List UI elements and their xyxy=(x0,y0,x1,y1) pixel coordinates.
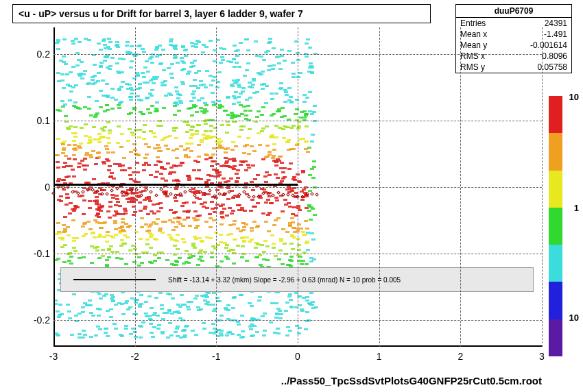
source-file-label: ../Pass50_TpcSsdSvtPlotsG40GNFP25rCut0.5… xyxy=(281,375,542,387)
profile-fit-line xyxy=(53,184,298,186)
fit-result-text: Shift = -13.14 + 3.32 (mkm) Slope = -2.9… xyxy=(168,276,401,284)
stats-histname: duuP6709 xyxy=(456,5,571,18)
x-axis-tick-label: 2 xyxy=(450,351,471,362)
x-axis-tick-label: -1 xyxy=(206,351,226,362)
x-axis-tick-label: 1 xyxy=(369,351,390,362)
stats-entries-label: Entries xyxy=(460,19,486,28)
grid-line-v xyxy=(542,27,543,347)
stats-meanx-val: -1.491 xyxy=(544,29,567,39)
y-axis-tick-label: 0 xyxy=(26,182,50,193)
grid-line-v xyxy=(298,27,298,347)
colorbar-tick-top: 10 xyxy=(569,92,579,102)
x-axis-tick-label: -3 xyxy=(43,351,64,362)
fit-legend-line xyxy=(73,279,156,280)
x-axis-tick-label: 3 xyxy=(532,351,552,362)
colorbar-tick-bot: 10 xyxy=(569,313,579,323)
chart-title: <u - uP> versus u for Drift for barrel 3… xyxy=(19,8,303,19)
y-axis-tick-label: 0.1 xyxy=(26,115,50,126)
fit-result-box: Shift = -13.14 + 3.32 (mkm) Slope = -2.9… xyxy=(60,267,534,292)
colorbar xyxy=(549,96,562,356)
stats-rmsx-val: 0.8096 xyxy=(542,51,567,61)
y-axis-tick-label: -0.2 xyxy=(26,315,50,326)
grid-line-v xyxy=(135,27,136,347)
grid-line-v xyxy=(216,27,217,347)
x-axis-tick-label: 0 xyxy=(287,351,308,362)
x-axis-tick-label: -2 xyxy=(125,351,145,362)
stats-entries-val: 24391 xyxy=(545,19,567,28)
grid-line-v xyxy=(379,27,380,347)
y-axis-tick-label: 0.2 xyxy=(26,49,50,60)
chart-title-box: <u - uP> versus u for Drift for barrel 3… xyxy=(12,4,431,23)
grid-line-v xyxy=(460,27,461,347)
colorbar-tick-mid: 1 xyxy=(574,203,579,213)
y-axis-tick-label: -0.1 xyxy=(26,248,50,259)
